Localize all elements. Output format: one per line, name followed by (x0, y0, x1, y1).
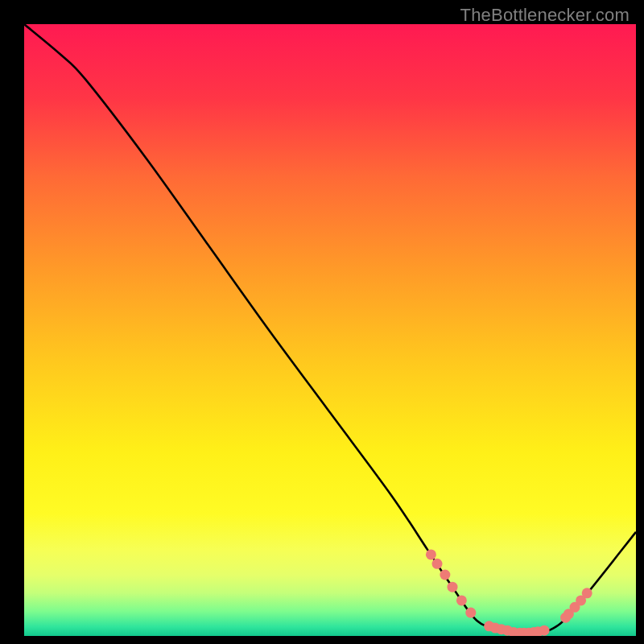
attribution-text: TheBottlenecker.com (460, 5, 630, 26)
highlight-dot (539, 625, 550, 636)
highlight-dot (426, 549, 436, 559)
highlight-dot (456, 595, 467, 605)
chart-plot-area (24, 24, 636, 636)
highlight-dot (448, 582, 458, 592)
highlight-dot (432, 559, 443, 569)
gradient-background (24, 24, 636, 636)
highlight-dot (465, 608, 476, 618)
highlight-dot (440, 570, 450, 580)
highlight-dot (582, 588, 592, 598)
chart-svg (24, 24, 636, 636)
